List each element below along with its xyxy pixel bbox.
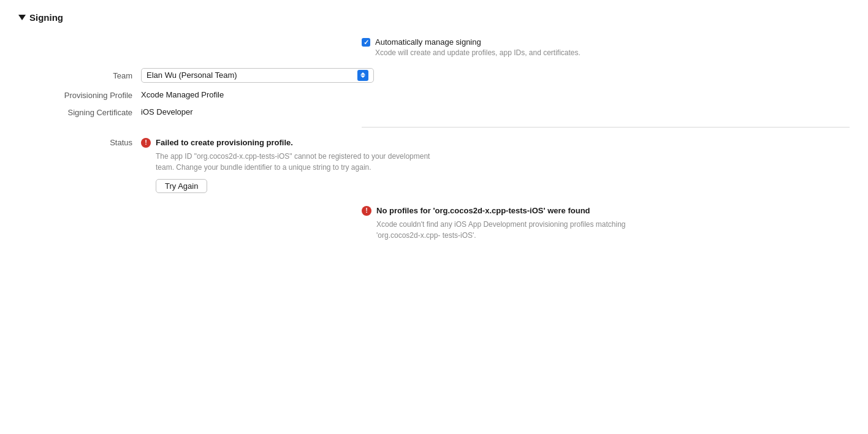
error-block-2: ! No profiles for 'org.cocos2d-x.cpp-tes…: [362, 205, 850, 241]
error-title-2: No profiles for 'org.cocos2d-x.cpp-tests…: [376, 205, 850, 216]
second-error-section: ! No profiles for 'org.cocos2d-x.cpp-tes…: [18, 205, 850, 241]
auto-signing-row: ✓ Automatically manage signing Xcode wil…: [18, 37, 850, 58]
error-block-1: ! Failed to create provisioning profile.…: [141, 137, 450, 193]
status-row: Status ! Failed to create provisioning p…: [18, 137, 850, 193]
collapse-triangle-icon[interactable]: [18, 15, 26, 20]
provisioning-profile-value: Xcode Managed Profile: [141, 90, 224, 99]
team-row: Team Elan Wu (Personal Team): [18, 68, 850, 83]
team-label: Team: [18, 70, 141, 80]
page-container: Signing ✓ Automatically manage signing X…: [0, 0, 868, 253]
error-desc-1: The app ID "org.cocos2d-x.cpp-tests-iOS"…: [156, 151, 450, 173]
team-select[interactable]: Elan Wu (Personal Team): [141, 68, 374, 83]
section-header: Signing: [18, 12, 850, 23]
auto-signing-checkbox-container: ✓ Automatically manage signing Xcode wil…: [362, 37, 581, 58]
auto-signing-checkbox[interactable]: ✓: [362, 38, 370, 47]
checkmark-icon: ✓: [364, 39, 369, 46]
error-desc-2: Xcode couldn't find any iOS App Developm…: [376, 219, 671, 241]
team-select-value: Elan Wu (Personal Team): [147, 70, 237, 80]
divider: [362, 127, 850, 128]
section-title: Signing: [29, 12, 63, 23]
error-exclamation-2: !: [365, 207, 368, 214]
auto-signing-sublabel: Xcode will create and update profiles, a…: [375, 48, 581, 58]
arrow-down-icon: [360, 75, 365, 78]
provisioning-profile-label: Provisioning Profile: [18, 90, 141, 100]
error-icon-2: !: [362, 206, 371, 216]
try-again-button[interactable]: Try Again: [156, 179, 207, 193]
error-content-1: Failed to create provisioning profile. T…: [156, 137, 450, 193]
error-icon-1: !: [141, 138, 151, 148]
auto-signing-label: Automatically manage signing: [375, 37, 581, 47]
signing-certificate-value: iOS Developer: [141, 107, 193, 116]
arrow-up-icon: [360, 72, 365, 75]
status-label: Status: [18, 137, 141, 147]
error-title-1: Failed to create provisioning profile.: [156, 137, 450, 148]
error-content-2: No profiles for 'org.cocos2d-x.cpp-tests…: [376, 205, 850, 241]
signing-certificate-label: Signing Certificate: [18, 107, 141, 117]
provisioning-profile-row: Provisioning Profile Xcode Managed Profi…: [18, 90, 850, 100]
stepper-icon: [357, 70, 368, 81]
auto-signing-label-group: Automatically manage signing Xcode will …: [375, 37, 581, 58]
error-exclamation-1: !: [145, 139, 147, 146]
signing-certificate-row: Signing Certificate iOS Developer: [18, 107, 850, 117]
